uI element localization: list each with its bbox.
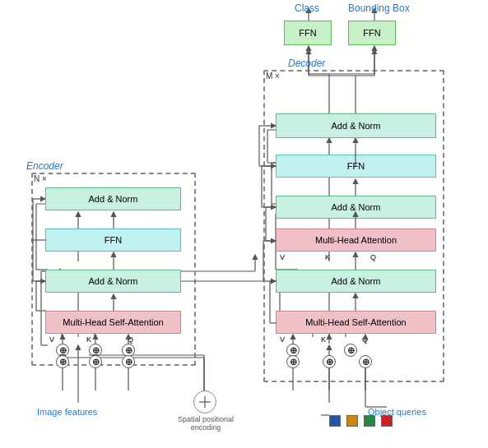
- dec-add-2: ⊕: [323, 355, 336, 368]
- image-features-label: Image features: [37, 407, 97, 417]
- dec-self-q-label: Q: [362, 335, 368, 344]
- enc-add-3: ⊕: [122, 355, 135, 368]
- dec-add-3: ⊕: [359, 355, 372, 368]
- enc-v-label: V: [49, 335, 54, 344]
- dec-add-1: ⊕: [286, 355, 300, 368]
- dec-self-k-label: K: [321, 335, 326, 344]
- legend: [329, 415, 398, 427]
- bbox-ffn-box: FFN: [348, 21, 396, 45]
- encoder-self-attention: Multi-Head Self-Attention: [45, 311, 181, 334]
- decoder-add-norm-1: Add & Norm: [276, 270, 436, 293]
- decoder-nx-label: M ×: [266, 72, 280, 81]
- decoder-self-attention: Multi-Head Self-Attention: [276, 311, 436, 334]
- enc-add-2: ⊕: [89, 355, 102, 368]
- class-label: Class: [295, 2, 319, 14]
- cross-attn-k-label: K: [325, 253, 330, 261]
- diagram: Class Bounding Box FFN FFN Decoder M × A…: [0, 0, 488, 448]
- decoder-label: Decoder: [288, 58, 325, 69]
- enc-k-label: K: [86, 335, 91, 344]
- cross-attn-q-label: Q: [370, 253, 376, 261]
- enc-q-label: Q: [128, 335, 133, 344]
- spatial-encoding-circle: [193, 390, 216, 413]
- cross-attn-v-label: V: [280, 253, 285, 261]
- decoder-cross-attention: Multi-Head Attention: [276, 229, 436, 252]
- class-ffn-box: FFN: [284, 21, 332, 45]
- enc-add-1: ⊕: [56, 355, 69, 368]
- decoder-add-norm-3: Add & Norm: [276, 113, 436, 138]
- decoder-ffn: FFN: [276, 155, 436, 178]
- decoder-add-norm-2: Add & Norm: [276, 196, 436, 219]
- encoder-add-norm-1: Add & Norm: [45, 270, 181, 293]
- spatial-encoding-label: Spatial positionalencoding: [177, 415, 235, 432]
- encoder-add-norm-2: Add & Norm: [45, 187, 181, 210]
- encoder-ffn: FFN: [45, 229, 181, 252]
- encoder-label: Encoder: [26, 160, 63, 172]
- dec-self-v-label: V: [280, 335, 285, 344]
- encoder-nx-label: N ×: [34, 174, 47, 183]
- bounding-box-label: Bounding Box: [348, 2, 410, 14]
- decoder-add-circle-2: ⊕: [344, 344, 357, 357]
